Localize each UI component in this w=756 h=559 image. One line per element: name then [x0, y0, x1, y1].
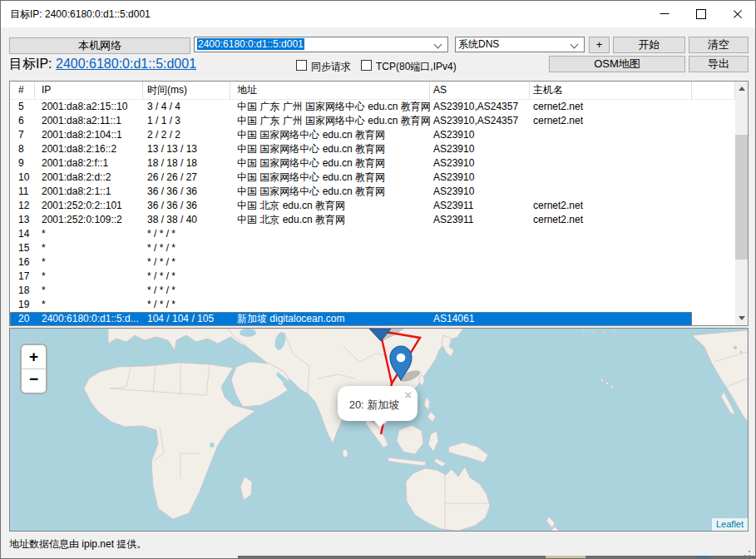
tcp-checkbox[interactable]: [361, 60, 372, 71]
table-row-hop-11[interactable]: 112001:da8:2:1::136 / 36 / 36中国 国家网络中心 e…: [10, 185, 692, 199]
close-button[interactable]: [720, 1, 755, 27]
scroll-down-button[interactable]: [735, 311, 748, 325]
table-row-hop-19[interactable]: 19** / * / *: [10, 298, 692, 312]
cell-ip: *: [35, 298, 143, 312]
osm-map-button[interactable]: OSM地图: [549, 56, 685, 72]
map-canvas: [10, 329, 748, 531]
table-row-hop-13[interactable]: 132001:252:0:109::238 / 38 / 40中国 北京 edu…: [10, 213, 692, 227]
cell-as: AS23911: [430, 199, 530, 213]
table-row-hop-17[interactable]: 17** / * / *: [10, 270, 692, 284]
cell-as: AS23910: [430, 128, 530, 142]
cell-addr: 中国 广东 广州 国家网络中心 edu.cn 教育网: [230, 114, 430, 128]
add-target-button[interactable]: +: [589, 37, 610, 53]
target-combobox[interactable]: 2400:6180:0:d1::5:d001: [194, 37, 448, 52]
dns-combobox[interactable]: 系统DNS: [455, 37, 585, 52]
cell-ip: 2001:da8:2:104::1: [35, 128, 143, 142]
table-row-hop-18[interactable]: 18** / * / *: [10, 284, 692, 298]
cell-hop: 7: [10, 128, 35, 142]
table-row-hop-10[interactable]: 102001:da8:2:d::226 / 26 / 27中国 国家网络中心 e…: [10, 171, 692, 185]
table-row-hop-14[interactable]: 14** / * / *: [10, 227, 692, 241]
resize-grip[interactable]: [749, 551, 751, 553]
chevron-down-icon[interactable]: [434, 41, 442, 49]
col-header-as[interactable]: AS: [430, 82, 530, 100]
sync-request-label: 同步请求: [311, 60, 351, 74]
start-button[interactable]: 开始: [613, 37, 685, 53]
cell-ip: 2400:6180:0:d1::5:d...: [35, 312, 143, 326]
arrow-down-icon: [739, 316, 745, 320]
cell-as: AS23910: [430, 156, 530, 171]
local-network-button[interactable]: 本机网络: [9, 37, 190, 54]
table-row-hop-5[interactable]: 52001:da8:a2:15::103 / 4 / 4中国 广东 广州 国家网…: [10, 100, 692, 114]
col-header-time[interactable]: 时间(ms): [143, 82, 230, 100]
cell-hop: 16: [10, 255, 35, 270]
col-header-hop[interactable]: #: [10, 82, 35, 100]
cell-time: * / * / *: [143, 255, 230, 270]
cell-as: AS23910,AS24357: [430, 100, 530, 114]
cell-time: 26 / 26 / 27: [143, 171, 230, 185]
export-button[interactable]: 导出: [689, 56, 749, 72]
minimize-icon: [660, 13, 670, 14]
aleutians: [603, 332, 605, 334]
scrollbar-thumb[interactable]: [735, 135, 748, 260]
chevron-down-icon[interactable]: [571, 41, 579, 49]
table-scrollbar[interactable]: [735, 82, 748, 325]
lake-victoria: [210, 443, 215, 448]
cell-time: * / * / *: [143, 284, 230, 298]
zoom-in-button[interactable]: +: [22, 345, 46, 369]
hawaii: [600, 378, 603, 381]
table-row-hop-9[interactable]: 92001:da8:2:f::118 / 18 / 18中国 国家网络中心 ed…: [10, 156, 692, 171]
cell-host: [530, 227, 692, 241]
table-row-hop-7[interactable]: 72001:da8:2:104::12 / 2 / 2中国 国家网络中心 edu…: [10, 128, 692, 142]
cell-hop: 5: [10, 100, 35, 114]
col-header-address[interactable]: 地址: [230, 82, 430, 100]
trace-table: # IP 时间(ms) 地址 AS 主机名 52001:da8:a2:15::1…: [9, 81, 749, 326]
table-row-hop-6[interactable]: 62001:da8:a2:11::11 / 1 / 3中国 广东 广州 国家网络…: [10, 114, 692, 128]
cell-time: 104 / 104 / 105: [143, 312, 230, 326]
cell-host: cernet2.net: [530, 114, 692, 128]
cell-time: * / * / *: [143, 241, 230, 255]
cell-addr: 中国 广东 广州 国家网络中心 edu.cn 教育网: [230, 100, 430, 114]
table-row-hop-8[interactable]: 82001:da8:2:16::213 / 13 / 13中国 国家网络中心 e…: [10, 142, 692, 156]
cell-time: * / * / *: [143, 270, 230, 284]
window-title: 目标IP: 2400:6180:0:d1::5:d001: [10, 7, 151, 22]
aleutians: [613, 330, 615, 332]
popup-close-icon[interactable]: ×: [404, 388, 412, 402]
background-window-edge: [238, 556, 756, 558]
leaflet-attribution[interactable]: Leaflet: [712, 518, 748, 531]
cell-host: [530, 312, 692, 326]
cell-host: cernet2.net: [530, 213, 692, 227]
cell-ip: 2001:da8:2:1::1: [35, 185, 143, 199]
cell-hop: 17: [10, 270, 35, 284]
cell-addr: [230, 298, 430, 312]
target-ip-link[interactable]: 2400:6180:0:d1::5:d001: [56, 57, 196, 71]
col-header-hostname[interactable]: 主机名: [530, 82, 692, 100]
cell-addr: 中国 国家网络中心 edu.cn 教育网: [230, 142, 430, 156]
scroll-up-button[interactable]: [735, 82, 748, 96]
cell-as: [430, 270, 530, 284]
col-header-ip[interactable]: IP: [35, 82, 143, 100]
table-row-hop-20[interactable]: 202400:6180:0:d1::5:d...104 / 104 / 105新…: [10, 312, 692, 326]
table-row-hop-15[interactable]: 15** / * / *: [10, 241, 692, 255]
clear-button[interactable]: 清空: [689, 37, 749, 53]
world-map[interactable]: + − 20: 新加坡 × Leaflet: [9, 328, 749, 532]
cell-addr: [230, 241, 430, 255]
cell-host: [530, 255, 692, 270]
table-row-hop-12[interactable]: 122001:252:0:2::10136 / 36 / 36中国 北京 edu…: [10, 199, 692, 213]
map-popup: 20: 新加坡 ×: [338, 386, 418, 421]
cell-ip: 2001:da8:2:f::1: [35, 156, 143, 171]
cell-ip: 2001:252:0:2::101: [35, 199, 143, 213]
minimize-button[interactable]: [645, 1, 684, 27]
zoom-out-button[interactable]: −: [22, 369, 46, 393]
cell-addr: [230, 227, 430, 241]
cell-hop: 19: [10, 298, 35, 312]
table-row-hop-16[interactable]: 16** / * / *: [10, 255, 692, 270]
cell-hop: 15: [10, 241, 35, 255]
table-header: # IP 时间(ms) 地址 AS 主机名: [10, 82, 735, 100]
cell-ip: *: [35, 255, 143, 270]
maximize-button[interactable]: [682, 1, 720, 27]
cell-addr: [230, 255, 430, 270]
sync-request-checkbox[interactable]: [296, 60, 307, 71]
hawaii: [610, 385, 613, 388]
cell-host: [530, 284, 692, 298]
map-zoom-control: + −: [20, 344, 47, 394]
